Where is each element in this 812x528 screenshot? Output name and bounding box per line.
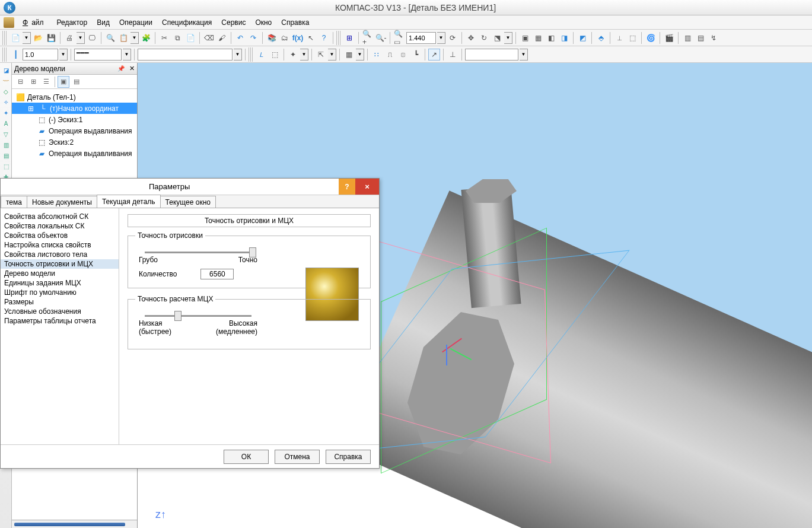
zoom-fit-button[interactable]: ⊞ — [343, 32, 355, 44]
shade2-button[interactable]: ◧ — [545, 32, 557, 44]
palette-c[interactable]: ◇ — [1, 87, 11, 96]
home-icon[interactable] — [4, 17, 14, 28]
help-button[interactable]: Справка — [326, 450, 371, 464]
side-item-2[interactable]: Свойства объектов — [1, 231, 119, 240]
menu-ops[interactable]: Операции — [116, 17, 156, 28]
constraint-a-drop[interactable]: ▼ — [300, 49, 308, 61]
tab-system[interactable]: тема — [1, 196, 27, 208]
tree-btn-e[interactable]: ▤ — [71, 76, 82, 88]
orient-drop[interactable]: ▼ — [504, 32, 512, 44]
print-button[interactable]: 🖨 — [63, 32, 75, 44]
manager-button[interactable]: 🗂 — [279, 32, 291, 44]
dialog-close-button[interactable]: × — [355, 179, 379, 195]
palette-b[interactable]: 〰 — [1, 76, 11, 85]
tree-btn-b[interactable]: ⊞ — [27, 76, 39, 88]
ok-button[interactable]: ОК — [224, 450, 269, 464]
tab-new-docs[interactable]: Новые документы — [27, 196, 97, 208]
persp-button[interactable]: ⬘ — [595, 32, 607, 44]
library-button[interactable]: 📚 — [266, 32, 278, 44]
lt-drop[interactable]: ▼ — [123, 49, 131, 61]
tool-b[interactable]: ▤ — [695, 32, 706, 44]
tab-current-part[interactable]: Текущая деталь — [97, 195, 161, 208]
expand-icon[interactable]: ⊞ — [26, 104, 36, 113]
grip-icon[interactable] — [249, 47, 253, 62]
snap-f[interactable]: ⊥ — [447, 49, 458, 61]
dialog-help-button[interactable]: ? — [339, 179, 355, 195]
print-drop[interactable]: ▼ — [77, 32, 85, 44]
side-item-3[interactable]: Настройка списка свойств — [1, 240, 119, 250]
palette-e[interactable]: ✦ — [1, 108, 11, 117]
open-button[interactable]: 📂 — [32, 32, 44, 44]
side-item-6[interactable]: Дерево модели — [1, 269, 119, 278]
snap-d[interactable]: ┗ — [410, 49, 422, 61]
constraint-b-drop[interactable]: ▼ — [328, 49, 336, 61]
eraser-button[interactable]: ⌫ — [203, 32, 215, 44]
calc-accuracy-slider[interactable] — [145, 315, 251, 317]
rotate-view-button[interactable]: ↻ — [478, 32, 490, 44]
tree-sketch-2[interactable]: ⬚Эскиз:2 — [12, 136, 137, 148]
tab-current-window[interactable]: Текущее окно — [160, 196, 216, 208]
shade4-button[interactable]: ◩ — [577, 32, 588, 44]
line-style-button[interactable]: ┃ — [9, 49, 21, 61]
new-doc-button[interactable]: 📄 — [9, 32, 21, 44]
help-button[interactable]: ? — [318, 32, 330, 44]
paste-button[interactable]: 📄 — [184, 32, 196, 44]
menu-svc[interactable]: Сервис — [218, 17, 249, 28]
brush-button[interactable]: 🖌 — [216, 32, 228, 44]
redo-button[interactable]: ↷ — [247, 32, 259, 44]
step-drop[interactable]: ▼ — [520, 49, 528, 61]
side-item-10[interactable]: Условные обозначения — [1, 307, 119, 316]
grip-icon[interactable] — [2, 31, 7, 45]
menu-editor[interactable]: Редактор — [53, 17, 91, 28]
print-preview-button[interactable]: 🖵 — [86, 32, 98, 44]
side-item-11[interactable]: Параметры таблицы отчета — [1, 316, 119, 326]
constraint-a[interactable]: ✦ — [287, 49, 299, 61]
tree-btn-c[interactable]: ☰ — [40, 76, 52, 88]
tool-a[interactable]: ▥ — [682, 32, 693, 44]
shade3-button[interactable]: ◨ — [558, 32, 570, 44]
meas-button[interactable]: ⟂ — [613, 32, 625, 44]
close-icon[interactable]: ✕ — [129, 65, 135, 72]
pan-button[interactable]: ✥ — [465, 32, 477, 44]
orient-button[interactable]: ⬔ — [491, 32, 503, 44]
lw-drop[interactable]: ▼ — [59, 49, 68, 61]
palette-h[interactable]: ▥ — [1, 140, 11, 150]
slider-thumb[interactable] — [174, 311, 181, 321]
properties-button[interactable]: 🧩 — [140, 32, 152, 44]
tree-extrude-1[interactable]: ▰Операция выдавливания — [12, 125, 137, 136]
snap-a[interactable]: ∷ — [371, 49, 383, 61]
palette-d[interactable]: ✧ — [1, 97, 11, 107]
layer-drop[interactable]: ▼ — [234, 49, 242, 61]
tool-c[interactable]: ↯ — [708, 32, 719, 44]
ucs-button[interactable]: 𝘓 — [256, 49, 268, 61]
palette-a[interactable]: ◪ — [1, 65, 11, 75]
undo-button[interactable]: ↶ — [234, 32, 246, 44]
dialog-title-bar[interactable]: Параметры ? × — [1, 179, 379, 195]
zoom-window-button[interactable]: 🔍▭ — [393, 32, 405, 44]
side-item-5[interactable]: Точность отрисовки и МЦХ — [1, 259, 119, 269]
grip-icon[interactable] — [2, 47, 7, 62]
save-button[interactable]: 💾 — [45, 32, 57, 44]
grid-drop[interactable]: ▼ — [356, 49, 364, 61]
constraint-b[interactable]: ⇱ — [315, 49, 327, 61]
menu-view[interactable]: Вид — [93, 17, 113, 28]
sect-button[interactable]: ⬚ — [626, 32, 638, 44]
zoom-in-button[interactable]: 🔍+ — [362, 32, 374, 44]
side-item-1[interactable]: Свойства локальных СК — [1, 221, 119, 231]
sketch-button[interactable]: ⬚ — [269, 49, 281, 61]
shade-button[interactable]: ▦ — [532, 32, 544, 44]
menu-file[interactable]: Файл — [19, 17, 51, 28]
render-button[interactable]: 🎬 — [663, 32, 675, 44]
wireframe-button[interactable]: ▣ — [519, 32, 531, 44]
slider-thumb[interactable] — [249, 247, 256, 257]
snap-b[interactable]: ⎍ — [384, 49, 396, 61]
snap-c[interactable]: ⎅ — [397, 49, 409, 61]
simplify-button[interactable]: 🌀 — [645, 32, 657, 44]
step-combo[interactable] — [465, 49, 518, 61]
grip-icon[interactable] — [336, 31, 340, 45]
menu-spec[interactable]: Спецификация — [158, 17, 215, 28]
tree-scrollbar[interactable] — [12, 520, 137, 528]
qty-field[interactable]: 6560 — [200, 269, 234, 279]
zoom-field[interactable] — [406, 32, 436, 44]
palette-g[interactable]: ▽ — [1, 129, 11, 139]
